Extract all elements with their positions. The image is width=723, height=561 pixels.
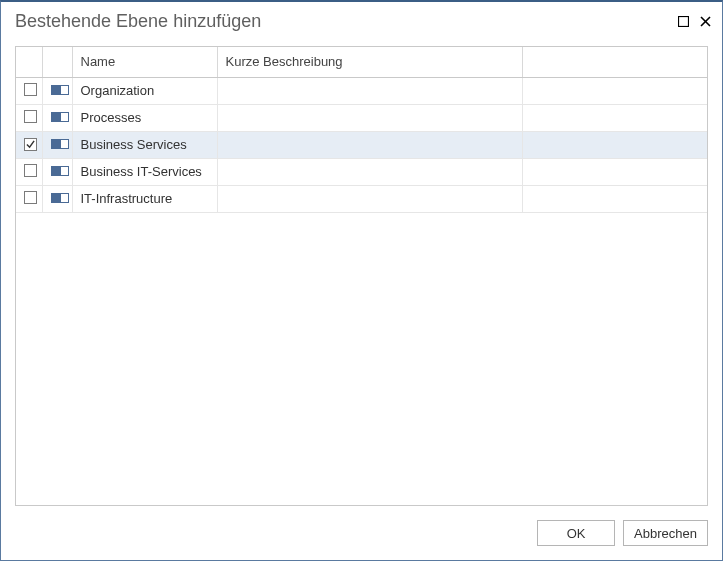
- table-row[interactable]: Business Services: [16, 131, 707, 158]
- row-checkbox[interactable]: [24, 138, 37, 151]
- layer-icon: [51, 110, 67, 122]
- layer-icon: [51, 164, 67, 176]
- row-description: [217, 131, 522, 158]
- table-row[interactable]: Organization: [16, 77, 707, 104]
- row-extra: [522, 77, 707, 104]
- column-header-name[interactable]: Name: [72, 47, 217, 77]
- row-checkbox[interactable]: [24, 83, 37, 96]
- titlebar: Bestehende Ebene hinzufügen: [1, 2, 722, 40]
- row-name: Business IT-Services: [72, 158, 217, 185]
- row-description: [217, 158, 522, 185]
- row-extra: [522, 104, 707, 131]
- row-extra: [522, 131, 707, 158]
- footer: OK Abbrechen: [1, 506, 722, 560]
- window-controls: [676, 14, 712, 28]
- layers-grid: Name Kurze Beschreibung OrganizationProc…: [15, 46, 708, 506]
- row-description: [217, 104, 522, 131]
- row-checkbox[interactable]: [24, 110, 37, 123]
- layer-icon: [51, 83, 67, 95]
- maximize-button[interactable]: [676, 14, 690, 28]
- row-description: [217, 185, 522, 212]
- row-name: Business Services: [72, 131, 217, 158]
- row-name: Processes: [72, 104, 217, 131]
- column-header-check[interactable]: [16, 47, 42, 77]
- row-extra: [522, 185, 707, 212]
- row-checkbox[interactable]: [24, 164, 37, 177]
- dialog: Bestehende Ebene hinzufügen Name: [0, 0, 723, 561]
- row-name: Organization: [72, 77, 217, 104]
- body: Name Kurze Beschreibung OrganizationProc…: [1, 40, 722, 506]
- layer-icon: [51, 191, 67, 203]
- dialog-title: Bestehende Ebene hinzufügen: [15, 11, 261, 32]
- column-header-extra[interactable]: [522, 47, 707, 77]
- row-name: IT-Infrastructure: [72, 185, 217, 212]
- table-row[interactable]: Processes: [16, 104, 707, 131]
- grid-empty-area: [16, 213, 707, 506]
- row-checkbox[interactable]: [24, 191, 37, 204]
- cancel-button[interactable]: Abbrechen: [623, 520, 708, 546]
- close-button[interactable]: [698, 14, 712, 28]
- row-extra: [522, 158, 707, 185]
- column-header-icon[interactable]: [42, 47, 72, 77]
- ok-button[interactable]: OK: [537, 520, 615, 546]
- table-row[interactable]: IT-Infrastructure: [16, 185, 707, 212]
- svg-rect-0: [678, 16, 688, 26]
- column-header-description[interactable]: Kurze Beschreibung: [217, 47, 522, 77]
- table-row[interactable]: Business IT-Services: [16, 158, 707, 185]
- row-description: [217, 77, 522, 104]
- layer-icon: [51, 137, 67, 149]
